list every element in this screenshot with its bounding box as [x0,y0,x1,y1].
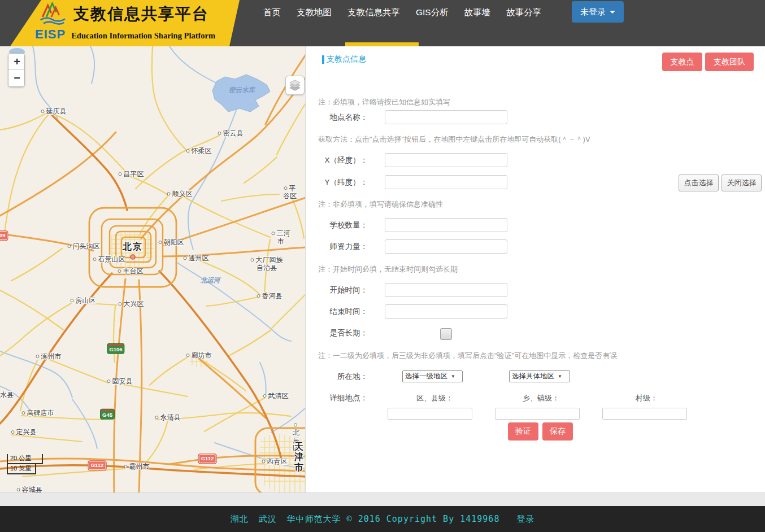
county-input[interactable] [388,408,472,420]
note-required: 注：必填项，详略请按已知信息如实填写 [318,97,450,107]
logo-title: 支教信息共享平台 [73,3,209,25]
logo-subtitle: Education Information Sharing Platform [71,31,215,41]
close-pick-button[interactable]: 关闭选择 [721,175,762,191]
map-canvas [0,46,306,492]
top-navbar: 支教信息共享平台 EISP Education Information Shar… [0,0,765,46]
footer-copyright: 华中师范大学 © 2016 Copyright By 1419968 [287,514,500,525]
form-panel: 支教点信息 支教点 支教团队 注：必填项，详略请按已知信息如实填写 地点名称： … [306,46,765,492]
login-label: 未登录 [580,7,606,18]
point-tab-button[interactable]: 支教点 [662,53,702,71]
teacher-strength-input[interactable] [385,239,507,254]
nav-item-story-share[interactable]: 故事分享 [498,7,549,19]
team-tab-button[interactable]: 支教团队 [705,53,754,71]
nav-item-gis[interactable]: GIS分析 [408,7,457,19]
nav-item-info-share[interactable]: 支教信息共享 [340,7,408,19]
scale-metric: 20 公里 [7,454,43,464]
tianjin-city-dot [297,465,302,470]
longitude-label: X（经度）： [306,155,368,165]
region-label: 所在地： [306,372,368,382]
longitude-input[interactable] [385,153,507,167]
region-level1-value: 选择一级地区 [405,372,447,381]
longterm-checkbox[interactable] [440,328,452,340]
save-button[interactable]: 保存 [542,422,573,441]
footer-province: 湖北 [231,514,249,525]
active-tab-indicator [345,42,419,46]
latitude-input[interactable] [385,175,507,189]
note-time: 注：开始时间必填，无结束时间则勾选长期 [318,264,458,274]
footer-login-link[interactable]: 登录 [516,514,534,525]
village-input[interactable] [602,408,687,420]
latitude-label: Y（纬度）： [306,177,368,187]
pick-on-map-button[interactable]: 点击选择 [679,175,719,191]
title-accent-bar [322,55,324,64]
app-logo: 支教信息共享平台 EISP Education Information Shar… [0,0,251,46]
county-label: 区、县级： [416,393,453,403]
start-time-input[interactable] [385,283,507,297]
dropdown-arrow-icon: ▼ [558,374,562,379]
logo-abbr: EISP [35,27,66,42]
login-dropdown-button[interactable]: 未登录 [572,1,624,23]
end-time-input[interactable] [385,304,507,319]
town-input[interactable] [495,408,580,420]
teacher-strength-label: 师资力量： [306,242,368,252]
verify-button[interactable]: 验证 [508,422,538,441]
location-name-input[interactable] [385,110,507,124]
prefooter-strip [0,492,765,506]
town-label: 乡、镇级： [523,393,559,403]
beijing-city-dot [131,255,135,259]
hint-method: 获取方法：点击"点击选择"按钮后，在地图中左键点击所在地即可自动获取(＾－＾)V [318,134,590,145]
form-title-text: 支教点信息 [327,54,366,64]
end-time-label: 结束时间： [306,307,368,317]
logo-mountain-wave-icon [40,2,69,26]
nav-item-story-wall[interactable]: 故事墙 [457,7,499,19]
map-scale: 20 公里 10 英里 [7,454,43,474]
nav-item-map[interactable]: 支教地图 [289,7,340,19]
region-level2-value: 选择具体地区 [512,372,554,381]
detail-location-label: 详细地点： [306,393,368,403]
note-optional: 注：非必填项，填写请确保信息准确性 [318,199,443,210]
region-level2-select[interactable]: 选择具体地区 ▼ [509,370,570,382]
footer-city: 武汉 [259,514,277,525]
zoom-in-button[interactable]: + [8,54,25,70]
scale-imperial: 10 英里 [7,464,36,474]
map-zoom-control: + − [8,53,25,87]
start-time-label: 开始时间： [306,285,368,295]
footer: 湖北 武汉 华中师范大学 © 2016 Copyright By 1419968… [0,506,765,532]
map-panel[interactable]: 延庆县密云水库密云县怀柔区昌平区顺义区平谷区三河市门头沟区北京朝阳区通州区石景山… [0,46,306,492]
dropdown-arrow-icon: ▼ [451,374,455,379]
note-region: 注：一二级为必填项，后三级为非必填项，填写后点击"验证"可在地图中显示，检查是否… [318,351,617,361]
main-nav: 首页 支教地图 支教信息共享 GIS分析 故事墙 故事分享 [255,0,549,25]
school-count-input[interactable] [385,218,507,232]
form-section-title: 支教点信息 [322,54,366,64]
longterm-label: 是否长期： [306,328,368,338]
village-label: 村级： [636,393,658,403]
page: 支教信息共享平台 EISP Education Information Shar… [0,0,765,532]
region-level1-select[interactable]: 选择一级地区 ▼ [402,370,463,382]
layers-control[interactable] [285,76,305,95]
school-count-label: 学校数量： [306,220,368,230]
zoom-out-button[interactable]: − [8,70,25,86]
location-name-label: 地点名称： [306,112,368,123]
caret-down-icon [610,11,615,14]
nav-item-home[interactable]: 首页 [255,7,289,19]
layers-icon [288,79,302,92]
